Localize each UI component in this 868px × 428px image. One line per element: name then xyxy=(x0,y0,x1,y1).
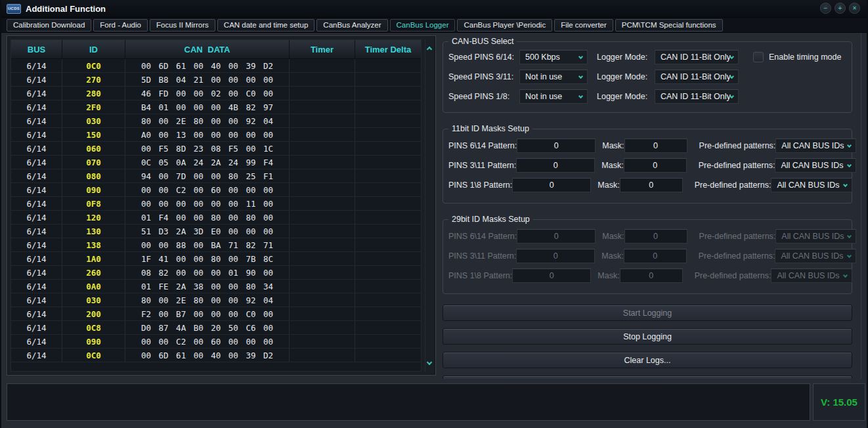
speed-pins-3-11-label: Speed PINS 3/11: xyxy=(448,72,519,81)
chevron-down-icon xyxy=(842,273,847,278)
pattern-input[interactable] xyxy=(516,249,595,263)
col-header-id[interactable]: ID xyxy=(62,40,125,58)
table-row[interactable]: 6/14 260 08 82 00 00 00 01 90 00 xyxy=(11,266,421,280)
pattern-input[interactable] xyxy=(517,229,596,244)
mask-label: Mask: xyxy=(602,141,624,150)
clear-logs-button[interactable]: Clear Logs... xyxy=(443,352,852,368)
enable-timing-mode-checkbox[interactable] xyxy=(753,52,764,62)
tab-canbus-analyzer[interactable]: CanBus Analyzer xyxy=(316,19,387,32)
speed-3-11-dropdown[interactable]: Not in use xyxy=(519,70,588,84)
tab-canbus-logger[interactable]: CanBus Logger xyxy=(390,19,456,32)
cell-bus: 6/14 xyxy=(11,142,62,155)
tab-calibration-download[interactable]: Calibration Download xyxy=(7,19,91,32)
maximize-button[interactable]: + xyxy=(835,3,846,14)
cell-bus: 6/14 xyxy=(11,169,62,182)
table-row[interactable]: 6/14 270 5D B8 04 21 00 00 00 00 xyxy=(11,73,421,87)
close-button[interactable]: ✕ xyxy=(849,3,860,14)
mask-input[interactable] xyxy=(624,249,687,263)
predefined-patterns-dropdown[interactable]: All CAN BUS IDs xyxy=(775,158,856,173)
table-row[interactable]: 6/14 070 0C 05 0A 24 2A 24 99 F4 xyxy=(11,156,421,169)
table-row[interactable]: 6/14 080 94 00 7D 00 00 80 25 F1 xyxy=(11,169,421,183)
col-header-bus[interactable]: BUS xyxy=(11,40,62,58)
cell-can-data: A0 00 13 00 00 00 00 00 xyxy=(125,128,290,141)
logger-mode-3-11-dropdown[interactable]: CAN ID 11-Bit Only xyxy=(655,70,739,84)
cell-timer-delta xyxy=(355,280,421,293)
mask-input[interactable] xyxy=(620,268,683,283)
table-row[interactable]: 6/14 1A0 1F 41 00 00 80 00 7B 8C xyxy=(11,252,421,266)
table-row[interactable]: 6/14 0C0 00 6D 61 00 40 00 39 D2 xyxy=(11,59,421,73)
pattern-input[interactable] xyxy=(516,158,595,173)
tab-pcm-tcm-special-functions[interactable]: PCM\TCM Special functions xyxy=(615,19,723,32)
mask-row: PINS 1\8 Pattern: Mask: Pre-defined patt… xyxy=(448,178,846,192)
cell-id: 080 xyxy=(62,169,125,182)
start-logging-button[interactable]: Start Logging xyxy=(443,305,852,321)
table-scrollbar[interactable] xyxy=(425,39,434,372)
tab-focus-ii-mirrors[interactable]: Focus II Mirrors xyxy=(150,19,215,32)
table-row[interactable]: 6/14 030 80 00 2E 80 00 00 92 04 xyxy=(11,114,421,128)
table-row[interactable]: 6/14 0A0 01 FE 2A 38 00 00 80 34 xyxy=(11,280,421,293)
tab-file-converter[interactable]: File converter xyxy=(554,19,613,32)
tab-can-date-and-time-setup[interactable]: CAN date and time setup xyxy=(217,19,315,32)
table-row[interactable]: 6/14 280 46 FD 00 00 02 00 C0 00 xyxy=(11,87,421,100)
cell-can-data: 00 00 C2 00 60 00 00 00 xyxy=(125,183,290,196)
log-output-panel xyxy=(7,383,810,421)
mask-label: Mask: xyxy=(601,161,623,170)
table-header-row: BUS ID CAN DATA Timer Timer Delta xyxy=(11,40,421,59)
speed-row-1-8: Speed PINS 1/8: Not in use Logger Mode: … xyxy=(448,89,846,104)
cell-timer-delta xyxy=(355,73,421,86)
table-row[interactable]: 6/14 0C8 D0 87 4A B0 20 50 C6 00 xyxy=(11,321,421,335)
table-row[interactable]: 6/14 120 01 F4 00 00 80 00 80 00 xyxy=(11,211,421,225)
table-row[interactable]: 6/14 150 A0 00 13 00 00 00 00 00 xyxy=(11,128,421,142)
tab-ford-audio[interactable]: Ford - Audio xyxy=(93,19,148,32)
predefined-patterns-dropdown[interactable]: All CAN BUS IDs xyxy=(775,139,856,153)
col-header-timer[interactable]: Timer xyxy=(290,40,355,58)
col-header-timer-delta[interactable]: Timer Delta xyxy=(355,40,421,58)
table-row[interactable]: 6/14 138 00 00 88 00 BA 71 82 71 xyxy=(11,238,421,252)
table-row[interactable]: 6/14 090 00 00 C2 00 60 00 00 00 xyxy=(11,335,421,349)
logger-mode-1-8-dropdown[interactable]: CAN ID 11-Bit Only xyxy=(655,89,739,104)
mask-input[interactable] xyxy=(624,229,687,244)
cell-can-data: 00 6D 61 00 40 00 39 D2 xyxy=(125,59,290,72)
table-row[interactable]: 6/14 0C0 00 6D 61 00 40 00 39 D2 xyxy=(11,349,421,362)
cell-timer-delta xyxy=(355,114,421,127)
scroll-up-icon[interactable] xyxy=(427,42,431,54)
chevron-down-icon xyxy=(578,74,583,79)
mask-input[interactable] xyxy=(620,178,683,192)
cell-id: 090 xyxy=(62,183,125,196)
logger-mode-6-14-dropdown[interactable]: CAN ID 11-Bit Only xyxy=(655,50,739,64)
predefined-patterns-dropdown[interactable]: All CAN BUS IDs xyxy=(775,249,856,263)
pattern-input[interactable] xyxy=(512,178,591,192)
pattern-input[interactable] xyxy=(517,139,596,153)
table-row[interactable]: 6/14 0F8 00 00 00 00 00 00 11 00 xyxy=(11,197,421,211)
predefined-patterns-dropdown[interactable]: All CAN BUS IDs xyxy=(775,229,856,244)
col-header-can-data[interactable]: CAN DATA xyxy=(125,40,290,58)
speed-6-14-dropdown[interactable]: 500 Kbps xyxy=(519,50,588,64)
pattern-label: PINS 6\14 Pattern: xyxy=(448,141,517,150)
table-row[interactable]: 6/14 090 00 00 C2 00 60 00 00 00 xyxy=(11,183,421,197)
table-row[interactable]: 6/14 2F0 B4 01 00 00 00 4B 82 97 xyxy=(11,100,421,114)
tab-canbus-player-periodic[interactable]: CanBus Player \Periodic xyxy=(457,19,552,32)
predefined-patterns-dropdown[interactable]: All CAN BUS IDs xyxy=(771,178,852,192)
speed-1-8-dropdown[interactable]: Not in use xyxy=(519,89,588,104)
scroll-down-icon[interactable] xyxy=(427,355,431,367)
chevron-down-icon xyxy=(578,54,583,59)
table-row[interactable]: 6/14 030 80 00 2E 80 00 00 92 04 xyxy=(11,293,421,307)
mask-label: Mask: xyxy=(597,181,619,190)
mask-input[interactable] xyxy=(624,139,687,153)
speed-row-3-11: Speed PINS 3/11: Not in use Logger Mode:… xyxy=(448,70,846,84)
minimize-button[interactable]: − xyxy=(820,3,831,14)
canbus-select-group: CAN-BUS Select Speed PINS 6/14: 500 Kbps… xyxy=(443,41,852,113)
pattern-input[interactable] xyxy=(512,268,591,283)
cell-id: 130 xyxy=(62,225,125,238)
table-row[interactable]: 6/14 200 F2 00 B7 00 00 00 C0 00 xyxy=(11,307,421,321)
table-row[interactable]: 6/14 060 00 F5 8D 23 08 F5 00 1C xyxy=(11,142,421,156)
pattern-label: PINS 1\8 Pattern: xyxy=(448,181,512,190)
mask-row: PINS 6\14 Pattern: Mask: Pre-defined pat… xyxy=(448,139,846,153)
cell-id: 0F8 xyxy=(62,197,125,210)
cell-bus: 6/14 xyxy=(11,238,62,251)
table-row[interactable]: 6/14 130 51 D3 2A 3D E0 00 00 00 xyxy=(11,225,421,238)
predefined-patterns-label: Pre-defined patterns: xyxy=(695,271,771,280)
predefined-patterns-dropdown[interactable]: All CAN BUS IDs xyxy=(771,268,852,283)
stop-logging-button[interactable]: Stop Logging xyxy=(443,328,852,345)
mask-input[interactable] xyxy=(624,158,687,173)
